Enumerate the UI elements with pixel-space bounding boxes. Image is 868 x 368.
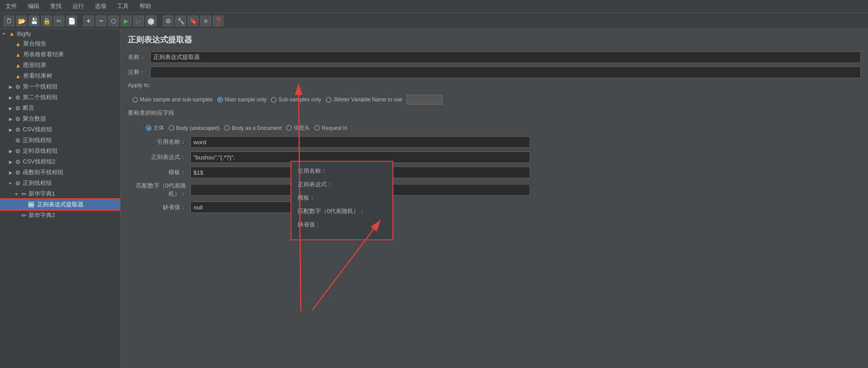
toolbar-help[interactable]: ❓ [213, 16, 223, 26]
apply-to-label: Apply to: [128, 82, 151, 88]
content-panel: 正则表达式提取器 名称： 注释： Apply to: Main sample a… [121, 29, 868, 368]
radio-body-document[interactable]: Body as a Document [224, 125, 281, 131]
popup-box: 引用名称： 正则表达式： 模板： 匹配数字（0代表随机）： 缺省值： [291, 161, 393, 240]
toolbar-add[interactable]: + [83, 16, 94, 26]
ref-name-label: 引用名称： [128, 138, 190, 146]
toolbar-new[interactable]: 🗒 [4, 16, 14, 26]
sidebar-item-regex-group2[interactable]: ▾ ⚙ 正则线程组 [0, 178, 120, 188]
popup-row-2: 正则表达式： [298, 180, 386, 188]
sidebar-root[interactable]: ▾ ▲ Bigfly [0, 29, 120, 38]
menu-run[interactable]: 运行 [71, 1, 86, 11]
toolbar: 🗒 📂 💾 🔒 ✂ 📄 + − ⬡ ▶ ▷ ⬤ ⚙ 🔧 🔖 ≡ ❓ [0, 13, 868, 29]
sidebar: ▾ ▲ Bigfly ▲ 聚合报告 ▲ 用表格察看结果 ▲ 图形结果 ▲ 察看结… [0, 29, 121, 368]
sidebar-item-graph[interactable]: ▲ 图形结果 [0, 60, 120, 71]
popup-row-1: 引用名称： [298, 167, 386, 175]
toolbar-remove[interactable]: − [96, 16, 106, 26]
radio-jmeter-var[interactable]: JMeter Variable Name to use [326, 95, 443, 105]
radio-body-unescaped[interactable]: Body (unescaped) [169, 125, 219, 131]
toolbar-cut[interactable]: ✂ [54, 16, 64, 26]
radio-sub-only[interactable]: Sub-samples only [271, 96, 321, 103]
sidebar-item-aggregate[interactable]: ▲ 聚合报告 [0, 38, 120, 49]
toolbar-expand[interactable]: ⬡ [108, 16, 119, 26]
sidebar-item-csv-group2[interactable]: ▶ ⚙ CSV线程组2 [0, 156, 120, 167]
toolbar-copy[interactable]: 📄 [66, 16, 77, 26]
toolbar-config1[interactable]: ⚙ [163, 16, 173, 26]
sidebar-item-group2[interactable]: ▶ ⚙ 第二个线程组 [0, 92, 120, 103]
toolbar-save[interactable]: 💾 [29, 16, 39, 26]
sidebar-item-timer-group[interactable]: ▶ ⚙ 定时器线程组 [0, 146, 120, 156]
sidebar-item-aggregate2[interactable]: ▶ ⚙ 聚合数据 [0, 113, 120, 124]
toolbar-open[interactable]: 📂 [16, 16, 27, 26]
default-val-label: 缺省值： [128, 203, 190, 211]
toolbar-play-sel[interactable]: ▷ [133, 16, 144, 26]
toolbar-play[interactable]: ▶ [121, 16, 131, 26]
menu-edit[interactable]: 编辑 [26, 1, 41, 11]
toolbar-lock[interactable]: 🔒 [41, 16, 52, 26]
menu-bar: 文件 编辑 查找 运行 选项 工具 帮助 [0, 0, 868, 13]
name-input[interactable] [150, 51, 861, 63]
menu-tools[interactable]: 工具 [115, 1, 131, 11]
toolbar-tag[interactable]: 🔖 [188, 16, 198, 26]
radio-request-h[interactable]: Request H [314, 125, 347, 131]
field-section-title: 要检查的响应字段 [128, 109, 174, 117]
comment-label: 注释： [128, 68, 150, 76]
template-label: 模板： [128, 168, 190, 176]
toolbar-stop[interactable]: ⬤ [146, 16, 156, 26]
menu-help[interactable]: 帮助 [138, 1, 153, 11]
ref-name-input[interactable] [190, 136, 530, 148]
sidebar-item-result-tree[interactable]: ▲ 察看结果树 [0, 71, 120, 81]
sidebar-item-xinhua2[interactable]: ✏ 新华字典2 [0, 210, 120, 221]
menu-options[interactable]: 选项 [93, 1, 108, 11]
sidebar-item-func-group[interactable]: ▶ ⚙ 函数助手线程组 [0, 167, 120, 178]
toolbar-config2[interactable]: 🔧 [175, 16, 186, 26]
toolbar-list[interactable]: ≡ [200, 16, 211, 26]
comment-input[interactable] [150, 67, 861, 78]
radio-header[interactable]: 信息头 [286, 124, 310, 132]
radio-main-and-sub[interactable]: Main sample and sub-samples [132, 96, 213, 103]
regex-label: 正则表达式： [128, 153, 190, 161]
popup-row-5: 缺省值： [298, 221, 386, 229]
match-num-label: 匹配数字（0代表随机）： [128, 182, 190, 198]
apply-to-radio-group: Main sample and sub-samples Main sample … [132, 95, 861, 105]
name-label: 名称： [128, 53, 150, 61]
menu-file[interactable]: 文件 [4, 1, 19, 11]
sidebar-item-xinhua1[interactable]: ▾ ✏ 新华字典1 [0, 188, 120, 199]
sidebar-item-regex-group[interactable]: ⚙ 正则线程组 [0, 135, 120, 146]
sidebar-item-table-view[interactable]: ▲ 用表格察看结果 [0, 49, 120, 60]
panel-title: 正则表达式提取器 [128, 34, 861, 45]
body-radio-group: 主体 Body (unescaped) Body as a Document 信… [128, 124, 861, 132]
popup-row-4: 匹配数字（0代表随机）： [298, 207, 386, 215]
sidebar-item-group1[interactable]: ▶ ⚙ 第一个线程组 [0, 81, 120, 92]
jmeter-var-input[interactable] [407, 95, 442, 105]
radio-main-only[interactable]: Main sample only [217, 96, 266, 103]
sidebar-item-csv-group[interactable]: ▶ ⚙ CSV线程组 [0, 124, 120, 135]
radio-body-main[interactable]: 主体 [146, 124, 164, 132]
sidebar-item-assertion[interactable]: ▶ ⚙ 断言 [0, 103, 120, 113]
popup-row-3: 模板： [298, 194, 386, 202]
menu-find[interactable]: 查找 [48, 1, 63, 11]
sidebar-item-regex-extractor[interactable]: 🔤 正则表达式提取器 [0, 199, 120, 210]
